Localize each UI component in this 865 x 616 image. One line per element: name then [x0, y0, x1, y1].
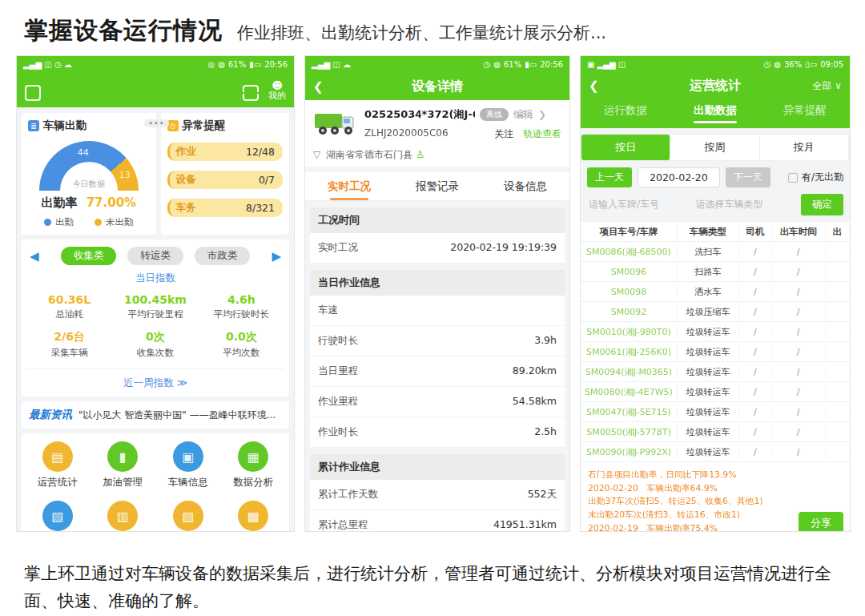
app-icon: ▦	[238, 441, 268, 472]
legend-dot	[95, 219, 102, 226]
table-row[interactable]: SM0010(湘J-980T0) 垃圾转运车 / /	[581, 322, 850, 342]
app-icon: ▣	[173, 441, 203, 472]
attendance-rate-value: 77.00%	[86, 195, 136, 210]
scan-icon[interactable]	[243, 85, 259, 101]
confirm-button[interactable]: 确定	[801, 194, 843, 215]
period-tab[interactable]: 按周	[670, 135, 759, 160]
chevron-right-icon[interactable]: ❯	[538, 109, 546, 120]
news-ticker[interactable]: 最新资讯 "以小见大 智造美丽中国" ——盈峰中联环境...	[22, 401, 289, 429]
table-row[interactable]: SM0061(湘J-256K0) 垃圾转运车 / /	[581, 342, 850, 362]
app-item[interactable]: ▩ 配件商城	[221, 501, 287, 532]
table-row[interactable]: SM0050(湘J-5778T) 垃圾转运车 / /	[581, 422, 850, 442]
driver-icon: ♙	[416, 149, 424, 160]
section-cumulative-work: 累计作业信息 累计工作天数 552天 累计总里程 41951.31km	[310, 454, 565, 532]
table-row[interactable]: SM0096 扫路车 / /	[581, 262, 850, 282]
carousel-right-arrow[interactable]: ▶	[272, 249, 281, 264]
phone3-green-header: ▣ ▂▄▆ ◫ ◷ ◍ 36% ▯▭ 09:05 ❮ 运营统计 全部 ∨	[581, 56, 850, 128]
app-item[interactable]: ▨ 车务管理	[155, 501, 221, 532]
phone2-green-header: ▂▄▆ ◫ ☁ ◷ ◍ 61% ▮▭ 20:56 ❮ 设备详情	[305, 56, 569, 100]
category-tab[interactable]: 收集类	[61, 247, 117, 265]
more-options-button[interactable]: •••	[144, 119, 168, 127]
back-icon[interactable]: ❮	[589, 79, 599, 93]
phone1-green-header: ▂▄▆ ◫ ◷ ☁ ◎ ◍ 61% ▮▭ 20:56 ☻	[17, 56, 294, 107]
follow-button[interactable]: 关注	[494, 128, 513, 139]
date-picker[interactable]: 2020-02-20	[638, 167, 720, 187]
checkbox-icon	[788, 173, 798, 183]
device-detail-tab[interactable]: 设备信息	[481, 172, 569, 200]
device-detail-tab[interactable]: 实时工况	[305, 172, 393, 200]
table-header-cell: 司机	[739, 224, 771, 240]
phone3-statusbar: ▣ ▂▄▆ ◫ ◷ ◍ 36% ▯▭ 09:05	[581, 56, 850, 73]
stats-tabs: 运行数据 出勤数据 异常提醒	[581, 99, 850, 128]
vehicle-info-card: 0252503𝟦*372(湘J-685.. 离线 编辑 ❯ ZLHJ202000…	[305, 100, 569, 167]
category-tab[interactable]: 市政类	[195, 247, 251, 265]
app-item[interactable]: ▣ 车辆信息	[155, 441, 221, 489]
edit-button[interactable]: 编辑	[513, 108, 533, 122]
gauge-center-label: 今日数据	[39, 179, 139, 190]
phone1-statusbar: ▂▄▆ ◫ ◷ ☁ ◎ ◍ 61% ▮▭ 20:56	[17, 56, 294, 73]
attendance-legend: 出勤 未出勤	[28, 216, 150, 228]
info-row: 累计总里程 41951.31km	[310, 510, 565, 532]
vehicle-name: 0252503𝟦*372(湘J-685..	[364, 107, 475, 122]
news-badge: 最新资讯	[29, 408, 72, 422]
vehicle-type-select[interactable]: 请选择车辆类型	[694, 194, 797, 215]
table-header-cell: 出车时间	[772, 224, 826, 240]
vehicle-code: ZLHJ2020005C06	[364, 127, 449, 141]
stats-tab[interactable]: 异常提醒	[760, 99, 850, 123]
qr-code-icon[interactable]	[25, 85, 41, 101]
share-button[interactable]: 分享	[799, 512, 843, 532]
alert-item[interactable]: 作业 12/48	[167, 143, 283, 161]
table-row[interactable]: SM0047(湘J-5E715) 垃圾转运车 / /	[581, 402, 850, 422]
page-title: 掌握设备运行情况	[24, 14, 223, 47]
attendance-filter-checkbox[interactable]: 有/无出勤	[788, 171, 843, 184]
app-item[interactable]: ▦ 数据分析	[221, 441, 287, 489]
period-tab[interactable]: 按月	[760, 135, 849, 160]
category-tab[interactable]: 转运类	[127, 247, 183, 265]
legend-item: 出勤	[44, 216, 74, 228]
attendance-rate-label: 出勤率	[41, 195, 77, 210]
my-profile-button[interactable]: ☻ 我的	[268, 80, 286, 101]
alarm-icon: ◷	[764, 60, 771, 69]
category-tabs: 收集类 转运类 市政类	[61, 247, 251, 265]
plate-search-input[interactable]: 请输入车牌/车号	[587, 194, 690, 215]
track-view-link[interactable]: 轨迹查看	[523, 128, 561, 139]
period-tab[interactable]: 按日	[581, 135, 670, 160]
summary-line: 2020-02-20 车辆出勤率64.9%	[588, 482, 843, 496]
filter-all-dropdown[interactable]: 全部 ∨	[812, 79, 842, 93]
phone3-titlebar: ❮ 运营统计 全部 ∨	[581, 73, 850, 99]
table-row[interactable]: SM0098 洒水车 / /	[581, 282, 850, 302]
prev-day-button[interactable]: 上一天	[587, 167, 632, 187]
table-row[interactable]: SM0094(湘J-M0365) 垃圾转运车 / /	[581, 362, 850, 382]
next-day-button[interactable]: 下一天	[726, 167, 770, 187]
bell-icon: ◍	[218, 60, 225, 69]
carousel-left-arrow[interactable]: ◀	[30, 249, 39, 264]
app-item[interactable]: ▧ 维修使用	[25, 501, 91, 532]
app-item[interactable]: ▥ 事故记录	[91, 501, 156, 532]
stats-tab[interactable]: 运行数据	[581, 99, 670, 123]
app-item[interactable]: ▮ 加油管理	[91, 441, 156, 489]
phone-device-detail-screen: ▂▄▆ ◫ ☁ ◷ ◍ 61% ▮▭ 20:56 ❮ 设备详情	[304, 55, 570, 532]
stat-cell: 60.36L 总油耗	[26, 293, 112, 320]
table-row[interactable]: SM0092 垃圾压缩车 / /	[581, 302, 850, 322]
stat-cell: 0.0次 平均次数	[199, 330, 284, 359]
attended-count: 44	[78, 147, 89, 158]
search-filters: 请输入车牌/车号 请选择车辆类型 确定	[581, 187, 850, 222]
alert-item[interactable]: 车务 8/321	[167, 199, 283, 217]
table-row[interactable]: SM0080(湘J-4E7W5) 垃圾转运车 / /	[581, 382, 850, 402]
back-icon[interactable]: ❮	[313, 79, 324, 94]
weekly-index-link[interactable]: 近一周指数 ≫	[26, 368, 284, 390]
stats-tab[interactable]: 出勤数据	[670, 99, 760, 123]
app-icon: ▧	[42, 501, 73, 531]
table-row[interactable]: SM0090(湘J-P992X) 垃圾转运车 / /	[581, 442, 850, 462]
phone-home-screen: ▂▄▆ ◫ ◷ ☁ ◎ ◍ 61% ▮▭ 20:56 ☻	[16, 55, 295, 532]
alarm-icon: ◷	[484, 60, 491, 69]
vehicle-attendance-card: ≣ 车辆出勤 ••• 44 13 今日数据 出勤率 77.00%	[22, 113, 156, 235]
table-row[interactable]: SM0086(湘J-68500) 洗扫车 / /	[581, 242, 850, 262]
signal-icons: ▂▄▆ ◫ ☁	[312, 60, 351, 69]
app-item[interactable]: ▤ 运营统计	[25, 441, 91, 489]
alert-item[interactable]: 设备 0/7	[167, 171, 283, 189]
device-detail-tab[interactable]: 报警记录	[393, 172, 481, 200]
battery-icon: ▯▭	[805, 60, 817, 69]
battery-percent: 61%	[504, 60, 521, 69]
daily-stats-grid: 60.36L 总油耗 100.45km 平均行驶里程 4.6h 平均行驶时长	[26, 293, 284, 359]
